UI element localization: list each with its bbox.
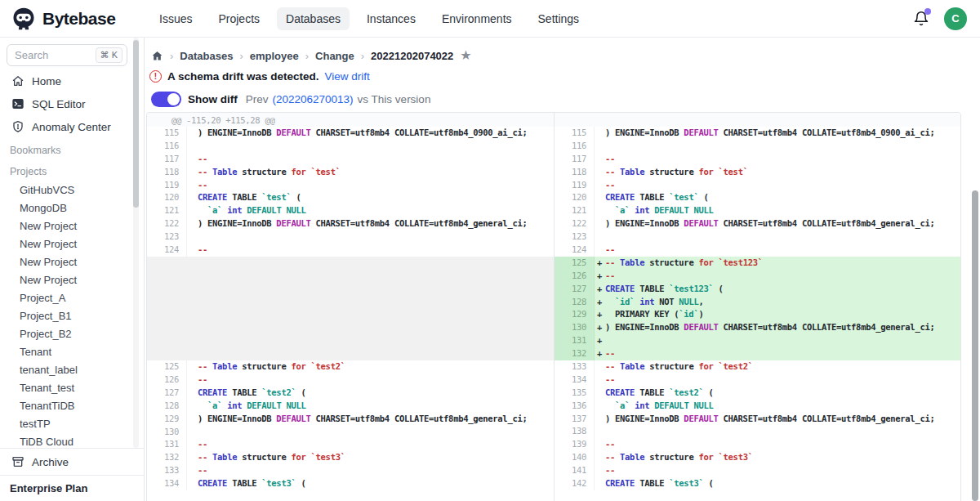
diff-line: 129) ENGINE=InnoDB DEFAULT CHARSET=utf8m… [147, 413, 554, 426]
code-text: -- Table structure for `test3` [198, 451, 345, 464]
breadcrumb-separator: › [239, 50, 243, 62]
sidebar-item-anomaly-center[interactable]: Anomaly Center [0, 115, 144, 138]
line-number: 127 [555, 283, 595, 296]
line-number: 130 [555, 321, 595, 334]
line-number: 138 [555, 425, 595, 438]
sidebar-project-project-b2[interactable]: Project_B2 [0, 324, 144, 342]
code-text: ) ENGINE=InnoDB DEFAULT CHARSET=utf8mb4 … [198, 127, 527, 140]
line-number: 132 [147, 451, 187, 464]
diff-line: 118-- Table structure for `test` [555, 166, 960, 179]
user-avatar[interactable]: C [944, 7, 967, 30]
diff-line: 119-- [147, 179, 554, 192]
brand-name: Bytebase [42, 9, 115, 29]
nav-item-databases[interactable]: Databases [277, 7, 350, 30]
prev-version-link[interactable]: (202206270013) [273, 93, 354, 105]
code-text: `a` int DEFAULT NULL [198, 204, 306, 217]
line-number: 116 [147, 140, 187, 153]
breadcrumb-home-icon[interactable] [151, 50, 163, 62]
sidebar-project-new-project[interactable]: New Project [0, 253, 144, 271]
code-text: ) ENGINE=InnoDB DEFAULT CHARSET=utf8mb4 … [198, 217, 527, 230]
bookmark-star-icon[interactable]: ★ [460, 49, 471, 62]
sidebar-item-home[interactable]: Home [0, 69, 144, 92]
line-number: 137 [555, 413, 595, 426]
schema-drift-banner: ! A schema drift was detected. View drif… [145, 62, 980, 83]
breadcrumb-segment-databases[interactable]: Databases [180, 50, 233, 62]
sidebar-project-tenant[interactable]: Tenant [0, 342, 144, 360]
line-number: 128 [555, 296, 595, 309]
sidebar-project-tenanttidb[interactable]: TenantTiDB [0, 396, 144, 414]
show-diff-toggle[interactable] [151, 92, 181, 107]
code-text: -- Table structure for `test2` [605, 360, 753, 374]
diff-line: 138 [555, 425, 960, 438]
sidebar-item-sql-editor[interactable]: SQL Editor [0, 92, 144, 115]
view-drift-link[interactable]: View drift [325, 70, 370, 83]
breadcrumb-segment-employee[interactable]: employee [250, 50, 299, 62]
diff-line-added: 132+-- [555, 347, 960, 360]
diff-line: 124-- [555, 244, 960, 257]
line-number: 115 [555, 127, 595, 140]
added-marker: + [595, 308, 605, 321]
line-number: 127 [147, 387, 187, 400]
drift-message: A schema drift was detected. [167, 70, 319, 83]
sidebar-project-project-b1[interactable]: Project_B1 [0, 306, 144, 324]
search-input[interactable] [15, 49, 96, 61]
added-marker: + [595, 296, 605, 309]
nav-item-instances[interactable]: Instances [358, 7, 425, 30]
breadcrumb-separator: › [361, 50, 364, 62]
nav-item-environments[interactable]: Environments [433, 7, 521, 30]
line-number: 119 [555, 179, 595, 192]
line-number: 132 [555, 347, 595, 360]
diff-line-added: 125+-- Table structure for `test123` [555, 257, 960, 270]
nav-item-settings[interactable]: Settings [529, 7, 589, 30]
sidebar-project-tidb-cloud[interactable]: TiDB Cloud [0, 432, 144, 448]
sidebar-project-tenant-test[interactable]: Tenant_test [0, 378, 144, 396]
code-text: -- [198, 438, 207, 451]
search-box[interactable]: ⌘ K [7, 44, 127, 66]
code-text: -- [605, 179, 615, 192]
nav-item-projects[interactable]: Projects [209, 7, 269, 30]
sidebar-project-testtp[interactable]: testTP [0, 414, 144, 432]
sidebar-project-new-project[interactable]: New Project [0, 235, 144, 253]
nav-item-issues[interactable]: Issues [150, 7, 201, 30]
diff-line: 127CREATE TABLE `test2` ( [147, 387, 554, 400]
hunk-header: @@ -115,20 +115,28 @@ [147, 113, 554, 127]
code-text: CREATE TABLE `test123` ( [605, 283, 724, 296]
code-text: -- [198, 153, 207, 166]
line-number: 142 [555, 477, 595, 490]
sidebar-item-archive[interactable]: Archive [0, 448, 144, 475]
added-marker: + [595, 257, 605, 270]
breadcrumb-current: 20221202074022 [371, 50, 453, 62]
line-number: 115 [147, 127, 187, 140]
line-number: 119 [147, 179, 187, 192]
schema-diff-viewer: @@ -115,20 +115,28 @@ 115) ENGINE=InnoDB… [146, 112, 961, 501]
line-number: 136 [555, 400, 595, 413]
diff-line: 137) ENGINE=InnoDB DEFAULT CHARSET=utf8m… [555, 413, 960, 426]
line-number: 139 [555, 438, 595, 451]
code-text: `a` int DEFAULT NULL [198, 400, 306, 413]
line-number: 134 [147, 477, 187, 490]
sidebar-project-mongodb[interactable]: MongoDB [0, 199, 144, 217]
bytebase-logo-icon [11, 7, 36, 31]
diff-line: 115) ENGINE=InnoDB DEFAULT CHARSET=utf8m… [555, 127, 960, 140]
sidebar-scroll-area: ⌘ K HomeSQL EditorAnomaly Center Bookmar… [0, 38, 144, 448]
sidebar-project-project-a[interactable]: Project_A [0, 289, 144, 306]
sidebar-project-githubvcs[interactable]: GitHubVCS [0, 181, 144, 199]
diff-line: 116 [555, 140, 960, 153]
bytebase-logo[interactable]: Bytebase [0, 7, 145, 31]
sidebar-project-tenant-label[interactable]: tenant_label [0, 360, 144, 378]
diff-gap-placeholder [147, 257, 554, 360]
toggle-knob [167, 93, 180, 105]
breadcrumb-segment-change[interactable]: Change [315, 50, 354, 62]
line-number: 120 [147, 191, 187, 204]
page-vertical-scrollbar-thumb[interactable] [972, 190, 978, 501]
code-text: -- [605, 153, 615, 166]
sidebar-scrollbar-thumb[interactable] [133, 40, 139, 208]
notifications-bell-button[interactable] [913, 10, 929, 28]
sidebar-project-new-project[interactable]: New Project [0, 271, 144, 289]
breadcrumb-separator: › [305, 50, 309, 62]
sidebar-project-new-project[interactable]: New Project [0, 217, 144, 235]
diff-line: 132-- Table structure for `test3` [147, 451, 554, 464]
line-number: 129 [555, 308, 595, 321]
diff-line: 126-- [147, 374, 554, 387]
line-number: 125 [555, 257, 595, 270]
